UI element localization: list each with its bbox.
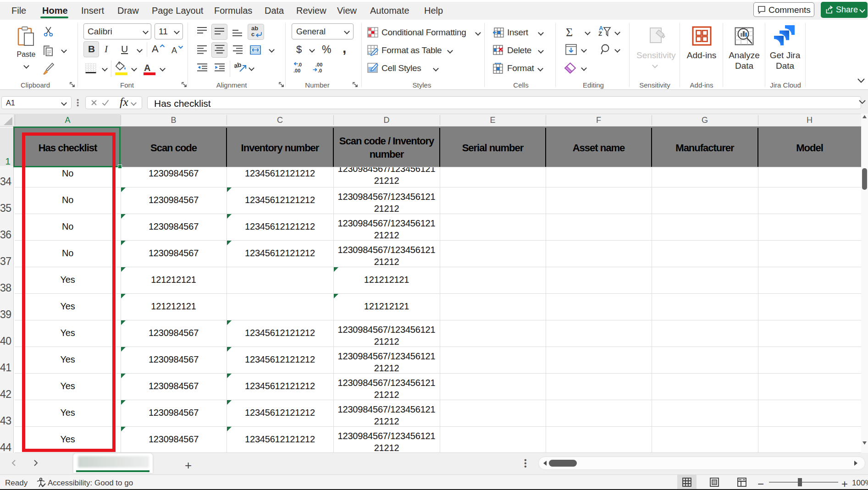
svg-text:.00: .00: [315, 62, 322, 67]
svg-text:.0: .0: [318, 68, 322, 73]
svg-text:.00: .00: [293, 68, 300, 73]
svg-text:.0: .0: [298, 62, 302, 67]
